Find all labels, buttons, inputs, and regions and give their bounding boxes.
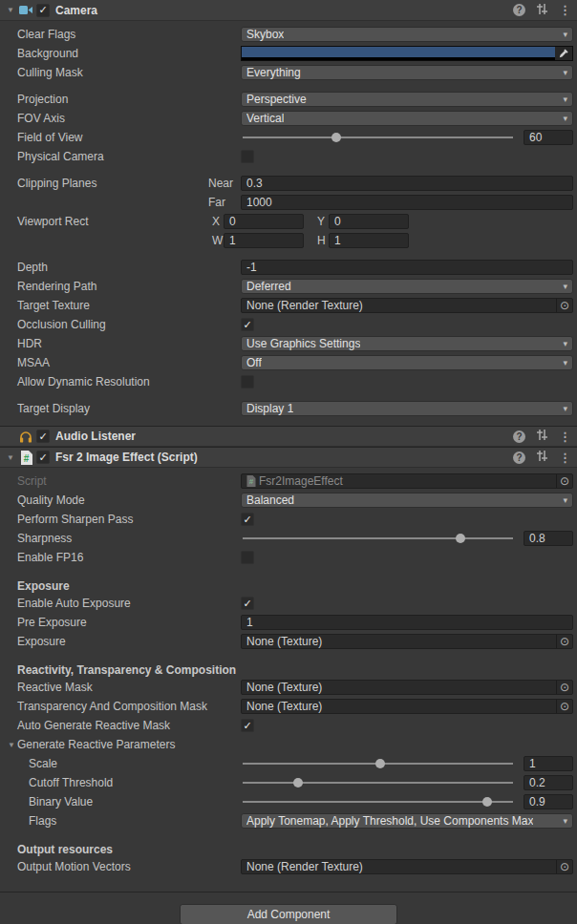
audio-listener-enabled-checkbox[interactable]: ✓: [36, 430, 50, 443]
quality-mode-dropdown[interactable]: Balanced▾: [241, 493, 573, 508]
hdr-dropdown[interactable]: Use Graphics Settings▾: [241, 336, 573, 351]
camera-foldout-icon[interactable]: ▼: [4, 6, 17, 14]
flags-dropdown[interactable]: Apply Tonemap, Apply Threshold, Use Comp…: [241, 813, 573, 829]
occlusion-culling-checkbox[interactable]: ✓: [241, 318, 254, 331]
enable-fp16-checkbox[interactable]: [241, 551, 254, 564]
slider-handle[interactable]: [293, 778, 303, 788]
camera-component-header[interactable]: ▼ ✓ Camera ? ⋮: [0, 0, 577, 21]
presets-icon[interactable]: [536, 3, 548, 18]
target-display-value: Display 1: [246, 402, 293, 415]
culling-mask-label: Culling Mask: [0, 66, 241, 79]
camera-enabled-checkbox[interactable]: ✓: [36, 4, 50, 17]
exposure-section-header: Exposure: [0, 578, 577, 594]
viewport-rect-label: Viewport Rect: [0, 215, 212, 228]
culling-mask-dropdown[interactable]: Everything▾: [241, 65, 573, 80]
presets-icon[interactable]: [536, 450, 548, 465]
far-input[interactable]: 1000: [241, 195, 573, 210]
binary-value-input[interactable]: 0.9: [524, 794, 573, 809]
flags-label: Flags: [0, 814, 241, 828]
kebab-menu-icon[interactable]: ⋮: [559, 430, 571, 443]
auto-generate-reactive-mask-checkbox[interactable]: ✓: [241, 719, 254, 732]
viewport-y-input[interactable]: 0: [329, 214, 409, 229]
transparency-mask-label: Transparency And Composition Mask: [0, 700, 241, 713]
transparency-mask-field[interactable]: None (Texture)⊙: [241, 699, 573, 714]
target-display-dropdown[interactable]: Display 1▾: [241, 401, 573, 416]
clear-flags-label: Clear Flags: [0, 28, 241, 41]
rendering-path-dropdown[interactable]: Deferred▾: [241, 279, 573, 294]
physical-camera-label: Physical Camera: [0, 150, 241, 163]
fov-axis-label: FOV Axis: [0, 112, 241, 125]
viewport-x-input[interactable]: 0: [224, 214, 304, 229]
eyedropper-icon[interactable]: [555, 47, 572, 60]
svg-text:#: #: [249, 477, 254, 486]
quality-mode-label: Quality Mode: [0, 494, 241, 507]
pre-exposure-input[interactable]: 1: [241, 615, 573, 630]
script-field[interactable]: # Fsr2ImageEffect ⊙: [241, 473, 573, 489]
target-texture-row: Target Texture None (Render Texture)⊙: [0, 296, 577, 315]
reactive-mask-field[interactable]: None (Texture)⊙: [241, 680, 573, 695]
field-of-view-slider[interactable]: [241, 130, 515, 145]
kebab-menu-icon[interactable]: ⋮: [559, 4, 571, 16]
generate-reactive-parameters-label: Generate Reactive Parameters: [17, 738, 175, 751]
target-texture-value: None (Render Texture): [242, 299, 556, 312]
fov-axis-dropdown[interactable]: Vertical▾: [241, 111, 573, 126]
msaa-label: MSAA: [0, 356, 241, 369]
check-icon: ✓: [243, 514, 251, 524]
object-picker-icon[interactable]: ⊙: [556, 474, 572, 488]
x-label: X: [212, 215, 224, 228]
scale-row: Scale 1: [0, 754, 577, 773]
depth-input[interactable]: -1: [241, 260, 573, 275]
binary-value-slider[interactable]: [241, 794, 515, 809]
object-picker-icon[interactable]: ⊙: [556, 635, 572, 648]
presets-icon[interactable]: [536, 429, 548, 444]
slider-handle[interactable]: [482, 797, 492, 807]
fsr2-foldout-icon[interactable]: ▼: [4, 453, 17, 462]
projection-row: Projection Perspective▾: [0, 90, 577, 109]
projection-dropdown[interactable]: Perspective▾: [241, 92, 573, 107]
sharpness-slider[interactable]: [241, 531, 515, 546]
help-icon[interactable]: ?: [513, 452, 525, 464]
cutoff-threshold-slider[interactable]: [241, 775, 515, 790]
slider-handle[interactable]: [375, 759, 385, 768]
clear-flags-dropdown[interactable]: Skybox▾: [241, 27, 573, 42]
pre-exposure-label: Pre Exposure: [0, 616, 241, 629]
help-icon[interactable]: ?: [513, 430, 525, 443]
field-of-view-row: Field of View 60: [0, 128, 577, 147]
slider-handle[interactable]: [331, 133, 341, 142]
object-picker-icon[interactable]: ⊙: [556, 299, 572, 312]
viewport-h-input[interactable]: 1: [329, 233, 409, 248]
scale-input[interactable]: 1: [524, 756, 573, 771]
sharpness-input[interactable]: 0.8: [524, 531, 573, 546]
generate-reactive-parameters-foldout-icon[interactable]: ▼: [6, 741, 17, 749]
script-row: Script # Fsr2ImageEffect ⊙: [0, 472, 577, 491]
kebab-menu-icon[interactable]: ⋮: [559, 452, 571, 464]
object-picker-icon[interactable]: ⊙: [556, 681, 572, 694]
fsr2-component-header[interactable]: ▼ # ✓ Fsr 2 Image Effect (Script) ? ⋮: [0, 447, 577, 468]
scale-slider[interactable]: [241, 756, 515, 771]
near-input[interactable]: 0.3: [241, 176, 573, 191]
enable-auto-exposure-checkbox[interactable]: ✓: [241, 597, 254, 610]
perform-sharpen-pass-checkbox[interactable]: ✓: [241, 513, 254, 526]
target-texture-field[interactable]: None (Render Texture)⊙: [241, 298, 573, 313]
help-icon[interactable]: ?: [513, 4, 525, 16]
cutoff-threshold-input[interactable]: 0.2: [524, 775, 573, 790]
cutoff-threshold-row: Cutoff Threshold 0.2: [0, 773, 577, 792]
slider-handle[interactable]: [456, 534, 465, 543]
script-label: Script: [0, 474, 241, 488]
background-color-swatch[interactable]: [242, 47, 555, 60]
exposure-field[interactable]: None (Texture)⊙: [241, 634, 573, 649]
add-component-button[interactable]: Add Component: [180, 904, 397, 924]
fsr2-enabled-checkbox[interactable]: ✓: [36, 451, 50, 464]
background-color-field[interactable]: [241, 46, 573, 61]
audio-listener-component-header[interactable]: ▼ ✓ Audio Listener ? ⋮: [0, 426, 577, 447]
object-picker-icon[interactable]: ⊙: [556, 700, 572, 713]
check-icon: ✓: [243, 598, 251, 608]
enable-auto-exposure-row: Enable Auto Exposure ✓: [0, 594, 577, 613]
msaa-dropdown[interactable]: Off▾: [241, 355, 573, 370]
output-motion-vectors-field[interactable]: None (Render Texture)⊙: [241, 859, 573, 874]
object-picker-icon[interactable]: ⊙: [556, 860, 572, 873]
viewport-w-input[interactable]: 1: [224, 233, 304, 248]
physical-camera-checkbox[interactable]: [241, 150, 254, 163]
allow-dynamic-resolution-checkbox[interactable]: [241, 375, 254, 388]
field-of-view-input[interactable]: 60: [524, 130, 573, 145]
